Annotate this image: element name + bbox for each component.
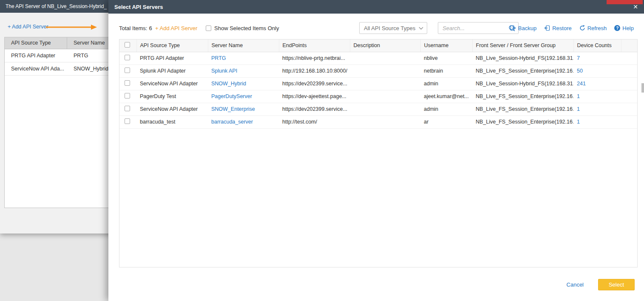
cell-api-source-type: PagerDuty Test xyxy=(136,90,208,103)
backup-button[interactable]: Backup xyxy=(510,25,536,31)
row-checkbox[interactable] xyxy=(125,106,130,111)
restore-icon xyxy=(544,25,550,31)
cell-front-server: NB_Live_Session-Hybrid_FS(192.168.31... xyxy=(472,52,573,65)
cell-endpoints: https://dev202399.service... xyxy=(279,77,350,90)
server-name-link[interactable]: PRTG xyxy=(211,55,226,61)
device-count-link[interactable]: 1 xyxy=(577,93,580,99)
bg-cell-server-name: SNOW_Hybrid xyxy=(67,62,108,75)
cell-username: admin xyxy=(420,77,472,90)
cancel-button[interactable]: Cancel xyxy=(567,281,584,288)
refresh-label: Refresh xyxy=(587,25,607,31)
show-selected-checkbox[interactable] xyxy=(206,25,211,31)
device-count-link[interactable]: 1 xyxy=(577,106,580,112)
cell-username: admin xyxy=(420,103,472,115)
help-button[interactable]: ? Help xyxy=(614,25,634,31)
select-api-servers-dialog: Select API Servers ✕ Total Items: 6 + Ad… xyxy=(108,0,644,301)
cell-endpoints: https://nblive-prtg.netbrai... xyxy=(279,52,350,65)
scrollbar-thumb[interactable] xyxy=(641,83,644,93)
row-checkbox[interactable] xyxy=(125,68,130,73)
cell-front-server: NB_Live_Session-Hybrid_FS(192.168.31... xyxy=(472,77,573,90)
filter-selected-value: All API Source Types xyxy=(364,25,415,31)
table-row[interactable]: ServiceNow API Adapter SNOW_Hybrid https… xyxy=(119,77,637,90)
total-items-value: 6 xyxy=(149,25,152,31)
background-col-api-source-type: API Source Type xyxy=(5,37,67,49)
dialog-footer: Cancel Select xyxy=(567,279,635,290)
show-selected-label: Show Selected Items Only xyxy=(214,25,279,31)
table-header-row: API Source Type Server Name EndPoints De… xyxy=(119,39,637,52)
server-name-link[interactable]: SNOW_Hybrid xyxy=(211,81,246,87)
table-row[interactable]: Splunk API Adapter Splunk API http://192… xyxy=(119,65,637,77)
device-count-link[interactable]: 50 xyxy=(577,68,583,74)
select-all-checkbox[interactable] xyxy=(125,42,130,48)
close-icon[interactable]: ✕ xyxy=(633,4,638,10)
background-col-server-name: Server Name xyxy=(67,37,105,49)
col-api-source-type: API Source Type xyxy=(136,39,208,52)
cell-description xyxy=(350,90,420,103)
col-server-name: Server Name xyxy=(208,39,279,52)
cell-description xyxy=(350,77,420,90)
table-row[interactable]: PagerDuty Test PagerDutyServer https://d… xyxy=(119,90,637,103)
dialog-title: Select API Servers xyxy=(108,4,163,10)
help-glyph: ? xyxy=(616,26,618,31)
cell-endpoints: https://dev-ajeettest.page... xyxy=(279,90,350,103)
table-row[interactable]: barracuda_test barracuda_server http://t… xyxy=(119,115,637,128)
device-count-link[interactable]: 241 xyxy=(577,81,586,87)
bg-cell-api-source-type: ServiceNow API Ada... xyxy=(5,62,67,75)
server-name-link[interactable]: Splunk API xyxy=(211,68,237,74)
chevron-down-icon xyxy=(419,25,423,29)
background-window-title: The API Server of NB_Live_Session-Hybrid… xyxy=(6,3,107,9)
search-box xyxy=(438,22,519,34)
recording-indicator-bar xyxy=(607,0,643,4)
col-filler xyxy=(621,39,637,52)
add-api-server-button[interactable]: + Add API Server xyxy=(155,22,197,34)
bg-cell-api-source-type: PRTG API Adapter xyxy=(5,49,67,62)
help-label: Help xyxy=(622,25,634,31)
restore-label: Restore xyxy=(552,25,572,31)
col-front-server: Front Server / Front Server Group xyxy=(472,39,573,52)
col-username: Username xyxy=(420,39,472,52)
show-selected-toggle[interactable]: Show Selected Items Only xyxy=(206,22,279,34)
cell-api-source-type: Splunk API Adapter xyxy=(136,65,208,77)
api-servers-table: API Source Type Server Name EndPoints De… xyxy=(119,39,638,267)
orange-arrow-annotation xyxy=(45,24,98,30)
cell-username: nblive xyxy=(420,52,472,65)
refresh-button[interactable]: Refresh xyxy=(579,25,607,31)
backup-icon xyxy=(510,25,516,31)
screen: The API Server of NB_Live_Session-Hybrid… xyxy=(0,0,644,301)
cell-api-source-type: ServiceNow API Adapter xyxy=(136,77,208,90)
backup-label: Backup xyxy=(518,25,536,31)
search-input[interactable] xyxy=(443,25,508,31)
row-checkbox[interactable] xyxy=(125,55,130,60)
total-items: Total Items: 6 xyxy=(119,22,152,34)
col-device-counts: Device Counts xyxy=(573,39,621,52)
server-name-link[interactable]: PagerDutyServer xyxy=(211,93,252,99)
cell-description xyxy=(350,52,420,65)
device-count-link[interactable]: 1 xyxy=(577,119,580,125)
cell-username: netbrain xyxy=(420,65,472,77)
dialog-header: Select API Servers ✕ xyxy=(108,0,644,14)
server-name-link[interactable]: SNOW_Enterprise xyxy=(211,106,255,112)
toolbar-actions: Backup Restore Refresh ? xyxy=(510,22,634,34)
device-count-link[interactable]: 7 xyxy=(577,55,580,61)
select-button[interactable]: Select xyxy=(598,279,635,290)
table-row[interactable]: PRTG API Adapter PRTG https://nblive-prt… xyxy=(119,52,637,65)
cell-api-source-type: ServiceNow API Adapter xyxy=(136,103,208,115)
cell-endpoints: http://192.168.180.10:8000/ xyxy=(279,65,350,77)
col-description: Description xyxy=(350,39,420,52)
row-checkbox[interactable] xyxy=(125,93,130,98)
cell-description xyxy=(350,103,420,115)
cell-endpoints: https://dev202399.service... xyxy=(279,103,350,115)
add-api-server-link[interactable]: + Add API Server xyxy=(8,24,48,30)
cell-front-server: NB_Live_FS_Session_Enterprise(192.16... xyxy=(472,90,573,103)
cell-api-source-type: PRTG API Adapter xyxy=(136,52,208,65)
help-icon: ? xyxy=(614,25,620,31)
api-source-type-filter[interactable]: All API Source Types xyxy=(359,22,427,34)
server-name-link[interactable]: barracuda_server xyxy=(211,119,253,125)
cell-front-server: NB_Live_FS_Session_Enterprise(192.16... xyxy=(472,115,573,128)
row-checkbox[interactable] xyxy=(125,118,130,124)
restore-button[interactable]: Restore xyxy=(544,25,572,31)
cell-endpoints: http://test.com/ xyxy=(279,115,350,128)
row-checkbox[interactable] xyxy=(125,80,130,86)
table-row[interactable]: ServiceNow API Adapter SNOW_Enterprise h… xyxy=(119,103,637,115)
cell-description xyxy=(350,115,420,128)
